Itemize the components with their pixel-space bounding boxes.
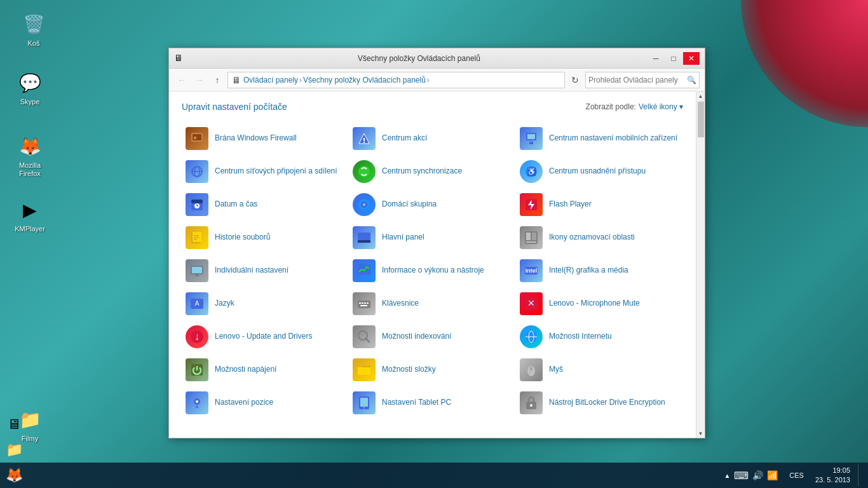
desktop-icon-kmplayer[interactable]: ▶ KMPlayer bbox=[8, 197, 52, 233]
firewall-icon bbox=[186, 127, 208, 150]
title-bar: 🖥 Všechny položky Ovládacích panelů ─ □ … bbox=[169, 48, 705, 69]
position-label: Nastavení pozice bbox=[215, 398, 273, 408]
cp-item-filehistory[interactable]: Historie souborů bbox=[182, 221, 349, 254]
cp-item-datetime[interactable]: Datum a čas bbox=[182, 188, 349, 221]
scroll-track[interactable] bbox=[696, 100, 705, 429]
mobile-center-label: Centrum nastavení mobilních zařízení bbox=[549, 133, 677, 144]
view-by-value[interactable]: Velké ikony ▾ bbox=[639, 102, 683, 111]
cp-item-intel[interactable]: Intel Intel(R) grafika a média bbox=[516, 254, 683, 287]
search-input[interactable] bbox=[588, 76, 687, 85]
forward-button[interactable]: → bbox=[192, 72, 207, 88]
cp-item-homegroup[interactable]: Domácí skupina bbox=[349, 188, 516, 221]
svg-text:✕: ✕ bbox=[527, 298, 535, 308]
cp-item-mouse[interactable]: Myš bbox=[516, 353, 683, 386]
scroll-up-arrow[interactable]: ▲ bbox=[696, 92, 705, 100]
recycle-bin-icon: 🗑️ bbox=[21, 11, 46, 37]
desktop-icon-firefox[interactable]: 🦊 Mozilla Firefox bbox=[8, 133, 52, 178]
svg-rect-8 bbox=[529, 142, 533, 144]
tray-up-arrow[interactable]: ▲ bbox=[724, 472, 730, 479]
cp-item-internet[interactable]: Možnosti Internetu bbox=[516, 320, 683, 353]
language-indicator[interactable]: CES bbox=[785, 472, 808, 479]
cp-item-bitlocker[interactable]: Nástroj BitLocker Drive Encryption bbox=[516, 386, 683, 419]
taskbar-btn-firefox-task[interactable]: 🦊 bbox=[0, 463, 28, 488]
cp-item-ease-access[interactable]: ♿ Centrum usnadnění přístupu bbox=[516, 155, 683, 188]
cp-item-tablet[interactable]: Nastavení Tablet PC bbox=[349, 386, 516, 419]
skype-label: Skype bbox=[20, 98, 40, 106]
kmplayer-icon: ▶ bbox=[17, 197, 43, 222]
svg-rect-44 bbox=[358, 301, 370, 308]
tablet-icon bbox=[353, 391, 376, 414]
cp-item-lenovo-update[interactable]: ↓ Lenovo - Update and Drivers bbox=[182, 320, 349, 353]
view-by-control: Zobrazit podle: Velké ikony ▾ bbox=[586, 102, 683, 111]
scroll-down-arrow[interactable]: ▼ bbox=[696, 429, 705, 438]
taskbar-btn-explorer[interactable]: 📁 bbox=[0, 437, 28, 463]
taskbar: 🖥📁🦊🖥💬 ▲ ⌨ 🔊 📶 CES 19:05 23. 5. 2013 bbox=[0, 463, 868, 488]
cp-item-lenovo-mic[interactable]: ✕ Lenovo - Microphone Mute bbox=[516, 287, 683, 320]
flash-label: Flash Player bbox=[549, 200, 592, 210]
mouse-label: Myš bbox=[549, 365, 563, 375]
speaker-icon[interactable]: 🔊 bbox=[752, 470, 763, 480]
cp-item-performance[interactable]: Informace o výkonu a nástroje bbox=[349, 254, 516, 287]
window-title: Všechny položky Ovládacích panelů bbox=[191, 54, 648, 63]
maximize-button[interactable]: □ bbox=[665, 52, 682, 65]
cp-item-centrum-akci[interactable]: Centrum akcí bbox=[349, 122, 516, 155]
cp-item-mobile-center[interactable]: Centrum nastavení mobilních zařízení bbox=[516, 122, 683, 155]
homegroup-icon bbox=[353, 193, 376, 216]
desktop-icon-recycle-bin[interactable]: 🗑️ Koš bbox=[11, 11, 56, 48]
cp-item-power[interactable]: Možnosti napájení bbox=[182, 353, 349, 386]
firefox-task-taskbar-icon: 🦊 bbox=[6, 467, 23, 484]
scroll-thumb[interactable] bbox=[696, 100, 705, 139]
path-separator-1: › bbox=[299, 76, 302, 85]
clock-time: 19:05 bbox=[815, 466, 850, 475]
cp-item-flash[interactable]: Flash Player bbox=[516, 188, 683, 221]
skype-icon: 💬 bbox=[17, 70, 43, 95]
internet-label: Možnosti Internetu bbox=[549, 332, 612, 342]
cp-item-folder-opts[interactable]: Možnosti složky bbox=[349, 353, 516, 386]
cp-item-language[interactable]: A Jazyk bbox=[182, 287, 349, 320]
bitlocker-icon bbox=[520, 391, 543, 414]
close-button[interactable]: ✕ bbox=[683, 52, 700, 65]
control-panel-window: 🖥 Všechny položky Ovládacích panelů ─ □ … bbox=[168, 48, 705, 438]
network-label: Centrum síťových připojení a sdílení bbox=[215, 166, 337, 177]
taskbar-btn-show-desktop[interactable]: 🖥 bbox=[0, 412, 28, 437]
path-segment-2[interactable]: Všechny položky Ovládacích panelů bbox=[303, 76, 426, 85]
svg-rect-66 bbox=[360, 398, 368, 407]
back-button[interactable]: ← bbox=[174, 72, 189, 88]
up-button[interactable]: ↑ bbox=[210, 72, 225, 88]
keyboard-icon bbox=[353, 292, 376, 315]
kmplayer-label: KMPlayer bbox=[15, 225, 45, 233]
desktop-icon-skype[interactable]: 💬 Skype bbox=[8, 70, 52, 106]
minimize-button[interactable]: ─ bbox=[648, 52, 664, 65]
ease-access-icon: ♿ bbox=[520, 160, 543, 183]
filehistory-label: Historie souborů bbox=[215, 233, 270, 243]
svg-rect-2 bbox=[194, 137, 196, 139]
address-path[interactable]: 🖥 Ovládací panely › Všechny položky Ovlá… bbox=[227, 72, 565, 88]
ease-access-label: Centrum usnadnění přístupu bbox=[549, 166, 646, 177]
cp-item-sync[interactable]: Centrum synchronizace bbox=[349, 155, 516, 188]
clock-date: 23. 5. 2013 bbox=[815, 475, 850, 485]
clock[interactable]: 19:05 23. 5. 2013 bbox=[810, 466, 855, 485]
keyboard-label: Klávesnice bbox=[382, 299, 419, 309]
filehistory-icon bbox=[186, 226, 208, 249]
cp-item-individual[interactable]: Individuální nastavení bbox=[182, 254, 349, 287]
svg-rect-30 bbox=[358, 233, 370, 241]
cp-item-taskbar[interactable]: Hlavní panel bbox=[349, 221, 516, 254]
svg-rect-39 bbox=[358, 264, 370, 274]
cp-item-network[interactable]: Centrum síťových připojení a sdílení bbox=[182, 155, 349, 188]
svg-rect-28 bbox=[194, 237, 199, 238]
cp-item-position[interactable]: Nastavení pozice bbox=[182, 386, 349, 419]
svg-line-55 bbox=[366, 339, 369, 342]
refresh-button[interactable]: ↻ bbox=[567, 72, 583, 88]
firefox-label: Mozilla Firefox bbox=[8, 161, 52, 178]
cp-item-firewall[interactable]: Brána Windows Firewall bbox=[182, 122, 349, 155]
svg-rect-47 bbox=[364, 302, 366, 304]
path-segment-1[interactable]: Ovládací panely bbox=[243, 76, 298, 85]
svg-text:↓: ↓ bbox=[194, 331, 200, 342]
position-icon bbox=[186, 391, 208, 414]
cp-item-keyboard[interactable]: Klávesnice bbox=[349, 287, 516, 320]
svg-point-22 bbox=[363, 203, 365, 206]
cp-item-indexing[interactable]: Možnosti indexování bbox=[349, 320, 516, 353]
network-tray-icon[interactable]: 📶 bbox=[767, 470, 778, 480]
show-desktop-button[interactable] bbox=[858, 464, 863, 487]
cp-item-icons-area[interactable]: Ikony oznamovací oblasti bbox=[516, 221, 683, 254]
